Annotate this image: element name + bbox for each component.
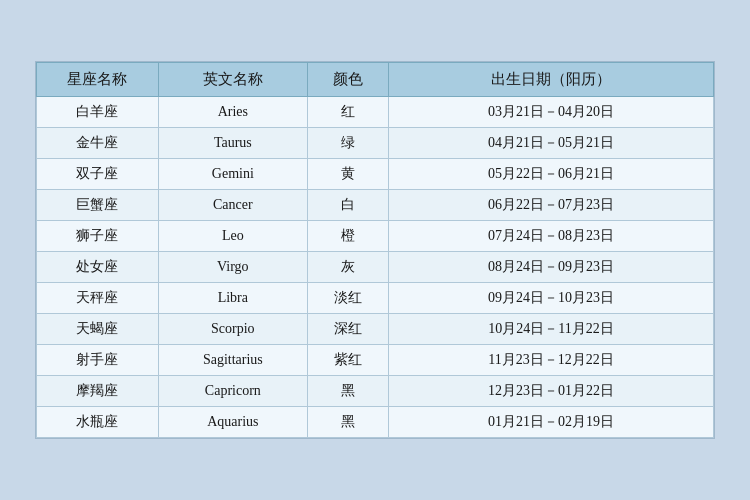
cell-zh: 射手座 <box>37 345 159 376</box>
header-color: 颜色 <box>307 63 388 97</box>
table-row: 天蝎座Scorpio深红10月24日－11月22日 <box>37 314 714 345</box>
cell-zh: 天秤座 <box>37 283 159 314</box>
cell-en: Aquarius <box>158 407 307 438</box>
table-row: 白羊座Aries红03月21日－04月20日 <box>37 97 714 128</box>
header-en: 英文名称 <box>158 63 307 97</box>
cell-zh: 水瓶座 <box>37 407 159 438</box>
table-row: 水瓶座Aquarius黑01月21日－02月19日 <box>37 407 714 438</box>
cell-en: Capricorn <box>158 376 307 407</box>
table-row: 处女座Virgo灰08月24日－09月23日 <box>37 252 714 283</box>
table-row: 摩羯座Capricorn黑12月23日－01月22日 <box>37 376 714 407</box>
cell-color: 灰 <box>307 252 388 283</box>
cell-date: 05月22日－06月21日 <box>389 159 714 190</box>
zodiac-table: 星座名称 英文名称 颜色 出生日期（阳历） 白羊座Aries红03月21日－04… <box>36 62 714 438</box>
cell-en: Aries <box>158 97 307 128</box>
cell-color: 深红 <box>307 314 388 345</box>
cell-color: 紫红 <box>307 345 388 376</box>
cell-date: 08月24日－09月23日 <box>389 252 714 283</box>
cell-zh: 双子座 <box>37 159 159 190</box>
cell-color: 红 <box>307 97 388 128</box>
cell-date: 07月24日－08月23日 <box>389 221 714 252</box>
cell-zh: 白羊座 <box>37 97 159 128</box>
cell-en: Libra <box>158 283 307 314</box>
cell-en: Sagittarius <box>158 345 307 376</box>
cell-en: Leo <box>158 221 307 252</box>
table-body: 白羊座Aries红03月21日－04月20日金牛座Taurus绿04月21日－0… <box>37 97 714 438</box>
header-zh: 星座名称 <box>37 63 159 97</box>
table-row: 双子座Gemini黄05月22日－06月21日 <box>37 159 714 190</box>
cell-en: Cancer <box>158 190 307 221</box>
cell-color: 绿 <box>307 128 388 159</box>
cell-color: 橙 <box>307 221 388 252</box>
cell-date: 09月24日－10月23日 <box>389 283 714 314</box>
table-header-row: 星座名称 英文名称 颜色 出生日期（阳历） <box>37 63 714 97</box>
cell-zh: 巨蟹座 <box>37 190 159 221</box>
cell-zh: 处女座 <box>37 252 159 283</box>
cell-date: 12月23日－01月22日 <box>389 376 714 407</box>
table-row: 天秤座Libra淡红09月24日－10月23日 <box>37 283 714 314</box>
cell-date: 06月22日－07月23日 <box>389 190 714 221</box>
cell-color: 黑 <box>307 407 388 438</box>
cell-en: Taurus <box>158 128 307 159</box>
cell-color: 黑 <box>307 376 388 407</box>
table-row: 射手座Sagittarius紫红11月23日－12月22日 <box>37 345 714 376</box>
zodiac-table-container: 星座名称 英文名称 颜色 出生日期（阳历） 白羊座Aries红03月21日－04… <box>35 61 715 439</box>
cell-color: 黄 <box>307 159 388 190</box>
cell-date: 01月21日－02月19日 <box>389 407 714 438</box>
cell-color: 白 <box>307 190 388 221</box>
cell-zh: 金牛座 <box>37 128 159 159</box>
table-row: 巨蟹座Cancer白06月22日－07月23日 <box>37 190 714 221</box>
cell-color: 淡红 <box>307 283 388 314</box>
cell-zh: 天蝎座 <box>37 314 159 345</box>
cell-date: 04月21日－05月21日 <box>389 128 714 159</box>
cell-zh: 狮子座 <box>37 221 159 252</box>
cell-en: Gemini <box>158 159 307 190</box>
table-row: 狮子座Leo橙07月24日－08月23日 <box>37 221 714 252</box>
cell-date: 11月23日－12月22日 <box>389 345 714 376</box>
table-row: 金牛座Taurus绿04月21日－05月21日 <box>37 128 714 159</box>
header-date: 出生日期（阳历） <box>389 63 714 97</box>
cell-en: Scorpio <box>158 314 307 345</box>
cell-date: 03月21日－04月20日 <box>389 97 714 128</box>
cell-date: 10月24日－11月22日 <box>389 314 714 345</box>
cell-en: Virgo <box>158 252 307 283</box>
cell-zh: 摩羯座 <box>37 376 159 407</box>
